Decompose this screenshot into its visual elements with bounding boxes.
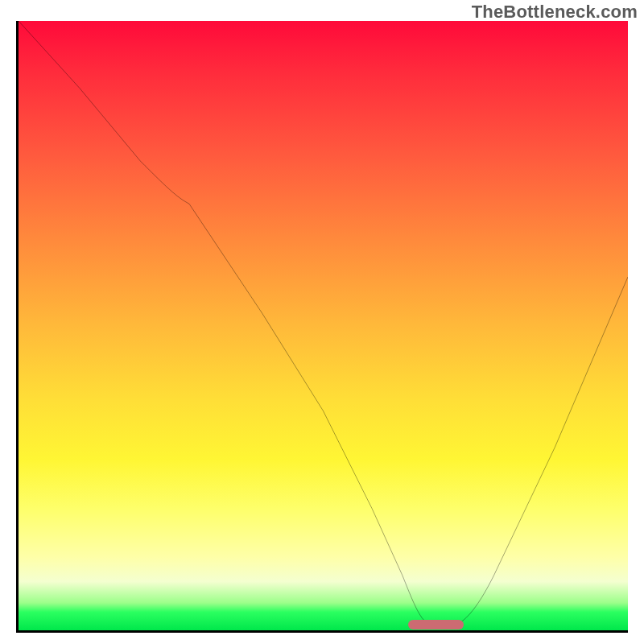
chart-canvas: TheBottleneck.com [0, 0, 644, 644]
optimal-range-marker [408, 620, 463, 630]
watermark-text: TheBottleneck.com [472, 2, 638, 23]
bottleneck-curve [19, 21, 628, 624]
plot-area [16, 21, 628, 633]
curve-svg [19, 21, 628, 630]
